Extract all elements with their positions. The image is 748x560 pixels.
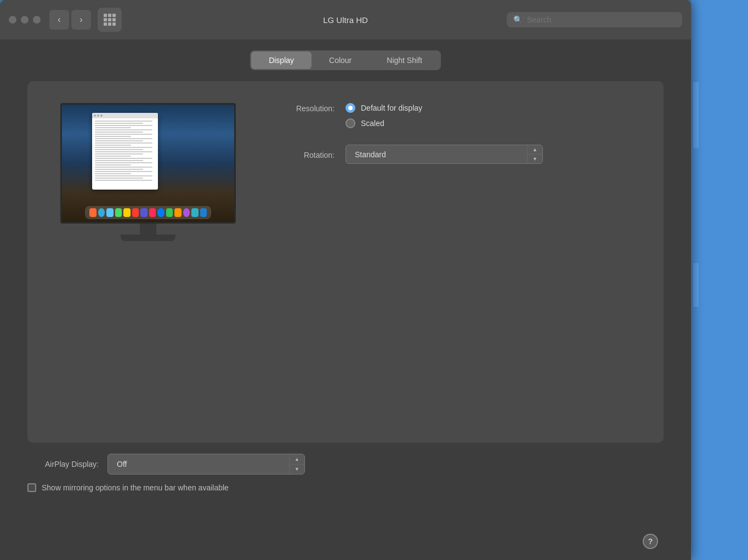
mini-dot-close [94,115,96,117]
help-button[interactable]: ? [643,534,658,549]
search-box[interactable]: 🔍 [507,12,682,27]
search-input[interactable] [527,15,676,24]
window-title: LG Ultra HD [323,15,368,25]
mini-line [95,173,131,174]
dock-icon [183,208,190,217]
mini-line [95,169,143,170]
resolution-row: Resolution: Default for display Scaled [280,103,631,128]
rotation-stepper-down[interactable]: ▼ [528,155,542,163]
mini-line [95,158,152,159]
radio-scaled[interactable]: Scaled [345,118,422,128]
dock-icon [200,208,207,217]
resolution-options: Default for display Scaled [345,103,422,128]
right-panel-bar-1 [693,82,699,148]
bottom-section: AirPlay Display: Off ▲ ▼ Show mirroring … [0,443,691,503]
tab-colour[interactable]: Colour [311,52,369,69]
dock-icon [123,208,131,217]
airplay-stepper: ▲ ▼ [289,454,304,474]
mini-line [95,132,143,133]
grid-dot [112,22,116,26]
dock-icon [115,208,122,217]
airplay-select-wrapper[interactable]: Off ▲ ▼ [107,454,305,475]
forward-button[interactable]: › [71,10,91,30]
mini-dot-min [97,115,99,117]
settings-window: ‹ › LG Ultra HD 🔍 [0,0,691,560]
search-icon: 🔍 [513,15,523,24]
mini-dock [85,206,211,219]
mini-line [95,178,143,179]
mini-line [95,149,143,150]
content-area: Display Colour Night Shift [0,39,691,560]
dock-icon [89,208,97,217]
mini-line [95,180,152,181]
grid-dot [108,18,111,21]
radio-default-circle[interactable] [345,103,355,113]
monitor-stand-base [121,235,175,241]
mini-line [95,156,131,157]
dock-icon [140,208,148,217]
grid-dot [104,22,107,26]
mini-dot-max [100,115,103,117]
rotation-stepper-up[interactable]: ▲ [528,145,542,155]
grid-icon [104,14,116,26]
mini-line [95,171,152,172]
airplay-stepper-up[interactable]: ▲ [290,454,304,465]
airplay-stepper-down[interactable]: ▼ [290,465,304,475]
mini-line [95,162,152,163]
airplay-row: AirPlay Display: Off ▲ ▼ [27,454,664,475]
mini-content [92,118,158,184]
dock-icon [191,208,199,217]
mini-line [95,160,143,161]
grid-button[interactable] [98,8,122,32]
grid-dot [104,14,107,17]
grid-dot [112,14,116,17]
mini-line [95,125,152,126]
monitor-stand-neck [140,224,156,235]
mini-line [95,121,152,122]
grid-dot [104,18,107,21]
rotation-stepper: ▲ ▼ [527,145,542,163]
dock-icon [98,208,105,217]
radio-scaled-circle[interactable] [345,118,355,128]
minimize-button[interactable] [21,16,29,24]
forward-icon: › [80,15,82,25]
tab-night-shift[interactable]: Night Shift [369,52,440,69]
grid-dot [108,14,111,17]
rotation-row: Rotation: Standard ▲ ▼ [280,145,631,164]
dock-icon [157,208,165,217]
mini-line [95,151,152,152]
mirroring-checkbox[interactable] [27,483,36,492]
tab-display[interactable]: Display [251,52,311,69]
monitor-preview [60,103,236,241]
mini-line [95,134,152,135]
right-panel-bar-2 [693,263,699,307]
close-button[interactable] [9,16,16,24]
mini-line [95,129,152,130]
mini-line [95,145,131,146]
mirroring-label: Show mirroring options in the menu bar w… [42,483,229,492]
tabs: Display Colour Night Shift [250,50,441,70]
mini-titlebar [92,113,158,118]
mini-line [95,147,152,148]
rotation-select-wrapper[interactable]: Standard ▲ ▼ [345,145,543,164]
rotation-label: Rotation: [280,150,345,159]
mini-line [95,167,152,168]
back-icon: ‹ [58,15,60,25]
mini-line [95,127,131,128]
right-panel-strip [691,0,748,560]
mini-line [95,136,131,137]
checkbox-row[interactable]: Show mirroring options in the menu bar w… [27,483,664,492]
grid-dot [108,22,111,26]
grid-dot [112,18,116,21]
mini-line [95,164,131,165]
radio-scaled-label: Scaled [361,119,384,128]
radio-default[interactable]: Default for display [345,103,422,113]
display-panel: Resolution: Default for display Scaled [27,81,664,443]
maximize-button[interactable] [33,16,41,24]
mini-line [95,138,152,139]
back-button[interactable]: ‹ [49,10,69,30]
panel-inner: Resolution: Default for display Scaled [60,103,631,241]
monitor-desktop [62,105,234,222]
dock-icon [166,208,173,217]
airplay-label: AirPlay Display: [27,460,99,468]
